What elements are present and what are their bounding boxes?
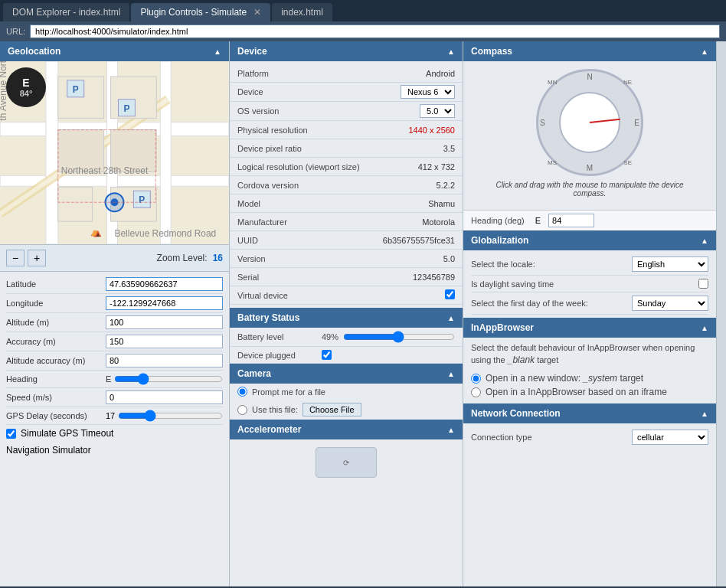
nav-simulator-row: Navigation Simulator bbox=[6, 442, 223, 459]
pixel-ratio-value: 3.5 bbox=[360, 144, 455, 153]
battery-pct: 49% bbox=[322, 332, 338, 341]
iab-iframe-label: Open in a InAppBrowser based on an ifram… bbox=[486, 387, 667, 397]
compass-chevron[interactable]: ▲ bbox=[701, 47, 708, 56]
svg-text:P: P bbox=[73, 84, 79, 95]
heading-slider[interactable] bbox=[114, 373, 223, 385]
camera-prompt-radio[interactable] bbox=[237, 387, 247, 397]
simulate-gps-timeout-checkbox[interactable] bbox=[6, 429, 16, 439]
heading-row: Heading E bbox=[6, 371, 223, 388]
main-scrollbar[interactable] bbox=[717, 41, 726, 586]
physical-resolution-row: Physical resolution 1440 x 2560 bbox=[230, 121, 463, 139]
virtual-device-checkbox[interactable] bbox=[445, 289, 455, 299]
inapp-browser-chevron[interactable]: ▲ bbox=[701, 324, 708, 332]
first-day-select[interactable]: Sunday Monday Saturday bbox=[632, 296, 708, 311]
svg-text:⛺: ⛺ bbox=[90, 226, 102, 237]
locale-label: Select the locale: bbox=[471, 260, 632, 269]
locale-select[interactable]: English French German Spanish bbox=[632, 256, 708, 272]
altitude-row: Altitude (m) bbox=[6, 313, 223, 332]
svg-rect-3 bbox=[46, 61, 58, 244]
simulate-gps-timeout-label: Simulate GPS Timeout bbox=[21, 428, 113, 439]
iab-system-label: Open in a new window: _system target bbox=[486, 373, 643, 384]
heading-dir-display: E bbox=[535, 216, 541, 225]
latitude-input[interactable] bbox=[106, 277, 223, 291]
geolocation-panel: Geolocation ▲ bbox=[0, 41, 230, 586]
speed-label: Speed (m/s) bbox=[6, 393, 106, 402]
globalization-header: Globalization ▲ bbox=[463, 230, 716, 250]
serial-row: Serial 123456789 bbox=[230, 268, 463, 286]
camera-chevron[interactable]: ▲ bbox=[447, 370, 455, 378]
camera-option2-row: Use this file: Choose File bbox=[230, 400, 463, 420]
speed-input[interactable] bbox=[106, 390, 223, 404]
platform-value: Android bbox=[360, 69, 455, 78]
zoom-out-button[interactable]: − bbox=[6, 250, 25, 266]
url-input[interactable] bbox=[30, 24, 720, 38]
tab-dom-explorer[interactable]: DOM Explorer - index.html bbox=[3, 3, 129, 21]
globalization-section: Select the locale: English French German… bbox=[463, 250, 716, 318]
physical-resolution-label: Physical resolution bbox=[237, 126, 360, 135]
inapp-browser-section: Select the default behaviour of InAppBro… bbox=[463, 338, 716, 403]
version-value: 5.0 bbox=[360, 254, 455, 263]
latitude-row: Latitude bbox=[6, 275, 223, 294]
uuid-row: UUID 6b356755575fce31 bbox=[230, 231, 463, 250]
manufacturer-value: Motorola bbox=[360, 217, 455, 227]
close-tab-icon[interactable]: ✕ bbox=[253, 7, 261, 18]
compass-ne-label: NE bbox=[623, 79, 632, 86]
device-select[interactable]: Nexus 6 bbox=[401, 85, 455, 99]
compass-header: Compass ▲ bbox=[463, 41, 716, 61]
zoom-in-button[interactable]: + bbox=[28, 250, 46, 266]
accuracy-input[interactable] bbox=[106, 335, 223, 348]
longitude-row: Longitude bbox=[6, 294, 223, 313]
connection-type-select[interactable]: cellular wifi none unknown ethernet 2g 3… bbox=[632, 430, 708, 445]
compass-needle bbox=[590, 119, 620, 123]
heading-value-input[interactable] bbox=[548, 214, 594, 227]
map-container[interactable]: P P P th Avenue Northeast Northeast 28th… bbox=[0, 61, 229, 245]
choose-file-button[interactable]: Choose File bbox=[302, 403, 361, 416]
accelerometer-chevron[interactable]: ▲ bbox=[447, 426, 455, 434]
logical-resolution-label: Logical resolution (viewport size) bbox=[237, 162, 360, 172]
os-version-select[interactable]: 5.0 bbox=[420, 104, 455, 118]
model-value: Shamu bbox=[360, 199, 455, 208]
device-chevron[interactable]: ▲ bbox=[447, 47, 455, 56]
gps-delay-slider-container: 17 bbox=[106, 410, 223, 422]
longitude-label: Longitude bbox=[6, 299, 106, 308]
pixel-ratio-label: Device pixel ratio bbox=[237, 144, 360, 153]
locale-row: Select the locale: English French German… bbox=[471, 253, 708, 276]
compass-circle[interactable]: N M E S NE SE MS MN bbox=[536, 69, 643, 176]
daylight-checkbox[interactable] bbox=[698, 279, 708, 289]
battery-level-label: Battery level bbox=[237, 332, 322, 341]
network-connection-section: Connection type cellular wifi none unkno… bbox=[463, 423, 716, 451]
device-plugged-checkbox[interactable] bbox=[322, 350, 332, 360]
gps-delay-slider[interactable] bbox=[118, 410, 223, 422]
network-connection-chevron[interactable]: ▲ bbox=[701, 410, 708, 418]
altitude-accuracy-input[interactable] bbox=[106, 354, 223, 368]
svg-text:P: P bbox=[123, 103, 129, 114]
iab-iframe-radio[interactable] bbox=[471, 387, 481, 397]
iab-option2-row: Open in a InAppBrowser based on an ifram… bbox=[471, 385, 708, 399]
camera-file-radio[interactable] bbox=[237, 405, 247, 415]
right-panel: Compass ▲ N M E S NE SE MS MN Click and … bbox=[463, 41, 717, 586]
globalization-chevron[interactable]: ▲ bbox=[701, 237, 708, 245]
platform-row: Platform Android bbox=[230, 64, 463, 83]
tab-index[interactable]: index.html bbox=[272, 3, 332, 21]
battery-chevron[interactable]: ▲ bbox=[447, 314, 455, 322]
altitude-label: Altitude (m) bbox=[6, 318, 106, 327]
iab-system-radio[interactable] bbox=[471, 374, 481, 384]
model-label: Model bbox=[237, 199, 360, 208]
compass-inner bbox=[559, 92, 620, 153]
battery-level-slider[interactable] bbox=[343, 331, 455, 343]
os-version-label: OS version bbox=[237, 106, 360, 116]
heading-label: Heading bbox=[6, 374, 106, 384]
compass-display[interactable]: N M E S NE SE MS MN Click and drag with … bbox=[463, 61, 716, 210]
iab-description: Select the default behaviour of InAppBro… bbox=[471, 342, 708, 367]
compass-south-label: M bbox=[587, 164, 593, 172]
first-day-label: Select the first day of the week: bbox=[471, 299, 632, 308]
svg-text:Bellevue Redmond Road: Bellevue Redmond Road bbox=[115, 228, 217, 239]
altitude-input[interactable] bbox=[106, 315, 223, 329]
virtual-device-row: Virtual device bbox=[230, 286, 463, 305]
longitude-input[interactable] bbox=[106, 296, 223, 310]
camera-prompt-label: Prompt me for a file bbox=[252, 387, 325, 397]
version-label: Version bbox=[237, 254, 360, 263]
tab-plugin-controls[interactable]: Plugin Controls - Simulate ✕ bbox=[131, 3, 270, 21]
geolocation-header: Geolocation ▲ bbox=[0, 41, 229, 61]
geolocation-chevron[interactable]: ▲ bbox=[214, 47, 221, 56]
